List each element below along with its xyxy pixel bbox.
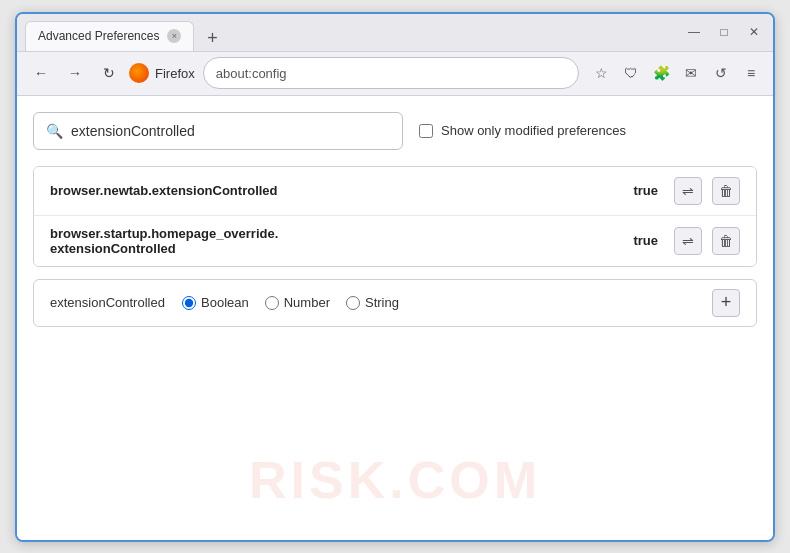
- add-button[interactable]: +: [712, 289, 740, 317]
- address-text: about:config: [216, 66, 287, 81]
- number-radio[interactable]: [265, 296, 279, 310]
- table-row: browser.newtab.extensionControlled true …: [34, 167, 756, 216]
- reload-button[interactable]: ↻: [95, 59, 123, 87]
- active-tab[interactable]: Advanced Preferences ×: [25, 21, 194, 51]
- table-row: browser.startup.homepage_override. exten…: [34, 216, 756, 266]
- page-content: 🔍 Show only modified preferences browser…: [17, 96, 773, 540]
- bookmark-icon[interactable]: ☆: [589, 61, 613, 85]
- shield-icon[interactable]: 🛡: [619, 61, 643, 85]
- toggle-button-2[interactable]: ⇌: [674, 227, 702, 255]
- firefox-logo: [129, 63, 149, 83]
- number-radio-option[interactable]: Number: [265, 295, 330, 310]
- show-modified-checkbox[interactable]: [419, 124, 433, 138]
- maximize-button[interactable]: □: [713, 21, 735, 43]
- watermark: RISK.COM: [249, 450, 541, 510]
- preference-search-box[interactable]: 🔍: [33, 112, 403, 150]
- pref-actions-2: ⇌ 🗑: [674, 227, 740, 255]
- search-input[interactable]: [71, 123, 390, 139]
- minimize-button[interactable]: —: [683, 21, 705, 43]
- pref-value-1: true: [633, 183, 658, 198]
- preferences-table: browser.newtab.extensionControlled true …: [33, 166, 757, 267]
- nav-icons: ☆ 🛡 🧩 ✉ ↺ ≡: [589, 61, 763, 85]
- show-modified-label[interactable]: Show only modified preferences: [419, 123, 626, 138]
- show-modified-text: Show only modified preferences: [441, 123, 626, 138]
- search-row: 🔍 Show only modified preferences: [33, 112, 757, 150]
- nav-bar: ← → ↻ Firefox about:config ☆ 🛡 🧩 ✉ ↺ ≡: [17, 52, 773, 96]
- pref-name-2: browser.startup.homepage_override. exten…: [50, 226, 633, 256]
- pref-actions-1: ⇌ 🗑: [674, 177, 740, 205]
- back-button[interactable]: ←: [27, 59, 55, 87]
- boolean-label: Boolean: [201, 295, 249, 310]
- toggle-button-1[interactable]: ⇌: [674, 177, 702, 205]
- tab-title: Advanced Preferences: [38, 29, 159, 43]
- sync-icon[interactable]: ↺: [709, 61, 733, 85]
- number-label: Number: [284, 295, 330, 310]
- mail-icon[interactable]: ✉: [679, 61, 703, 85]
- delete-button-1[interactable]: 🗑: [712, 177, 740, 205]
- add-preference-row: extensionControlled Boolean Number Strin…: [33, 279, 757, 327]
- extension-icon[interactable]: 🧩: [649, 61, 673, 85]
- type-radio-group: Boolean Number String: [182, 295, 399, 310]
- boolean-radio-option[interactable]: Boolean: [182, 295, 249, 310]
- tab-close-button[interactable]: ×: [167, 29, 181, 43]
- menu-icon[interactable]: ≡: [739, 61, 763, 85]
- boolean-radio[interactable]: [182, 296, 196, 310]
- browser-name: Firefox: [155, 66, 195, 81]
- pref-name-1: browser.newtab.extensionControlled: [50, 183, 633, 198]
- forward-button[interactable]: →: [61, 59, 89, 87]
- pref-value-2: true: [633, 233, 658, 248]
- delete-button-2[interactable]: 🗑: [712, 227, 740, 255]
- tab-area: Advanced Preferences × +: [25, 14, 675, 51]
- string-label: String: [365, 295, 399, 310]
- new-pref-name: extensionControlled: [50, 295, 170, 310]
- new-tab-button[interactable]: +: [200, 27, 224, 51]
- string-radio[interactable]: [346, 296, 360, 310]
- title-bar: Advanced Preferences × + — □ ✕: [17, 14, 773, 52]
- search-icon: 🔍: [46, 123, 63, 139]
- close-button[interactable]: ✕: [743, 21, 765, 43]
- window-controls: — □ ✕: [683, 21, 765, 43]
- address-bar[interactable]: about:config: [203, 57, 579, 89]
- browser-window: Advanced Preferences × + — □ ✕ ← → ↻ Fir…: [15, 12, 775, 542]
- string-radio-option[interactable]: String: [346, 295, 399, 310]
